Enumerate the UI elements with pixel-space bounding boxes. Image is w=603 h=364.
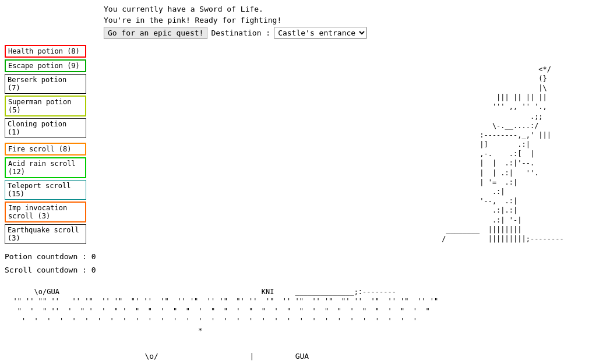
destination-select[interactable]: Castle's entrance Dark forest Mountain p…: [274, 27, 367, 39]
scroll-countdown: Scroll countdown : 0: [5, 263, 101, 277]
escape-potion-button[interactable]: Escape potion (9): [5, 59, 86, 72]
health-potion-button[interactable]: Health potion (8): [5, 45, 86, 58]
berserk-potion-button[interactable]: Berserk potion (7): [5, 74, 86, 94]
ascii-art-area: <*/ (}: [101, 45, 598, 277]
fire-scroll-button[interactable]: Fire scroll (8): [5, 143, 86, 156]
castle-art: <*/ (}: [101, 65, 598, 244]
destination-label: Destination :: [211, 29, 270, 37]
acid-rain-scroll-button[interactable]: Acid rain scroll (12): [5, 157, 86, 178]
battle-stats: \o/ | GUA HP : 237/271 | VERSUS | HP : 1…: [104, 350, 598, 364]
field-art: \o/GUA KNI ______________;:-------- '" '…: [5, 277, 598, 346]
teleport-scroll-button[interactable]: Teleport scroll (15): [5, 180, 86, 200]
superman-potion-button[interactable]: Superman potion (5): [5, 96, 86, 116]
header-line1: You currently have a Sword of Life.: [104, 5, 598, 13]
earthquake-scroll-button[interactable]: Earthquake scroll (3): [5, 224, 86, 244]
potion-countdown: Potion countdown : 0: [5, 250, 101, 263]
cloning-potion-button[interactable]: Cloning potion (1): [5, 118, 86, 138]
imp-invocation-scroll-button[interactable]: Imp invocation scroll (3): [5, 202, 86, 222]
epic-quest-button[interactable]: Go for an epic quest!: [104, 27, 207, 39]
battle-section: \o/GUA KNI ______________;:-------- '" '…: [5, 277, 598, 364]
header-line2: You're in the pink! Ready for fighting!: [104, 16, 598, 24]
